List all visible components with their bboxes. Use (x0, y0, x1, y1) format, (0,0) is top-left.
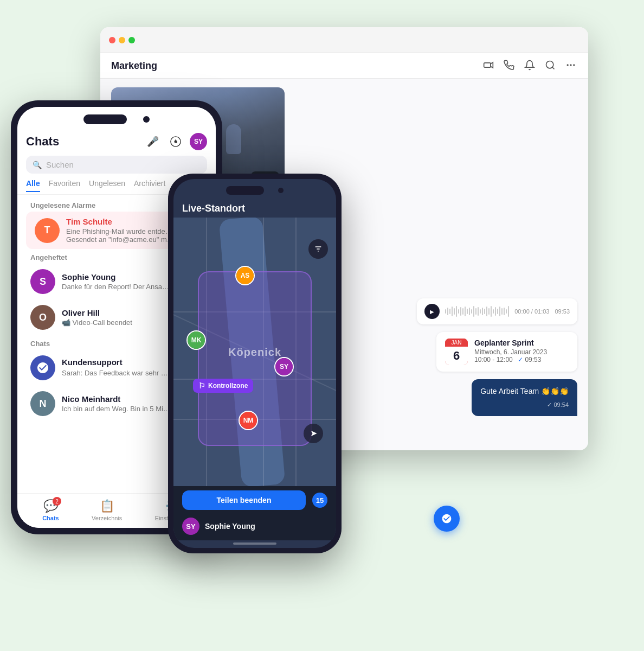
nav-directory[interactable]: 📋 Verzeichnis (92, 499, 122, 521)
chat-list-title: Chats (26, 135, 139, 149)
wf-bar-7 (458, 309, 460, 314)
maximize-button[interactable] (128, 37, 135, 43)
map-pin-1[interactable]: AS (235, 266, 255, 285)
calendar-time-range: 10:00 - 12:00 ✓ 09:53 (474, 356, 569, 363)
titlebar (100, 27, 588, 53)
svg-point-3 (567, 64, 569, 66)
phone2-camera (278, 188, 284, 193)
voice-play-button[interactable]: ▶ (424, 304, 440, 319)
nav-chats[interactable]: 💬 2 Chats (42, 499, 59, 521)
calendar-month: JAN (445, 339, 468, 347)
chat-list-header: Chats 🎤 SY (17, 129, 216, 152)
svg-rect-0 (484, 63, 491, 67)
navigation-button[interactable]: ➤ (304, 424, 323, 443)
wf-bar-14 (473, 306, 475, 317)
pin4-avatar: NM (240, 412, 257, 429)
wf-bar-3 (449, 309, 451, 314)
wf-bar-24 (495, 307, 497, 316)
wf-bar-30 (508, 306, 510, 317)
video-call-icon[interactable] (483, 60, 495, 72)
map-pin-2[interactable]: MK (186, 330, 206, 350)
phone-icon[interactable] (504, 60, 516, 72)
wf-bar-21 (488, 308, 490, 315)
nico-avatar-placeholder: N (30, 391, 55, 416)
search-magnifier-icon: 🔍 (33, 161, 42, 169)
close-button[interactable] (109, 37, 115, 43)
wf-bar-9 (462, 308, 464, 315)
zone-label-text: Kontrollzone (208, 382, 248, 390)
wf-bar-27 (501, 308, 503, 315)
phone1-camera (143, 116, 150, 123)
search-placeholder-text[interactable]: Suchen (46, 160, 74, 169)
phone1-notch (83, 114, 127, 124)
sophie-preview: Danke für den Report! Der Ansatz ist per… (62, 283, 170, 291)
wf-bar-10 (465, 307, 466, 316)
tim-preview: Eine Phishing-Mail wurde entdeckt.Gesend… (66, 227, 175, 244)
wf-bar-4 (452, 307, 453, 316)
map-view[interactable]: Köpenick AS MK SY NM ⚐ Kontrollzone (173, 218, 336, 486)
nico-preview: Ich bin auf dem Weg. Bin in 5 Minute da.… (62, 405, 170, 413)
sophie-strip-name: Sophie Young (205, 522, 255, 531)
chat-title: Marketing (111, 60, 157, 72)
outgoing-bubble: Gute Arbeit Team 👏👏👏 ✓ 09:54 (472, 379, 577, 416)
wf-bar-22 (491, 306, 492, 317)
pin2-avatar: MK (188, 331, 205, 349)
wf-bar-12 (469, 308, 471, 315)
calendar-title: Geplanter Sprint (474, 339, 569, 347)
notification-icon[interactable] (524, 60, 536, 72)
kundensupport-preview: Sarah: Das Feedback war sehr positiv! Da… (62, 369, 170, 377)
wf-bar-8 (460, 307, 462, 316)
status-icon[interactable] (167, 133, 184, 150)
svg-point-5 (573, 64, 575, 66)
fab-button[interactable] (434, 506, 460, 532)
wf-bar-23 (493, 309, 494, 314)
kundensupport-avatar (30, 355, 55, 380)
calendar-info: Geplanter Sprint Mittwoch, 6. Januar 202… (474, 339, 569, 363)
wf-bar-2 (447, 308, 449, 315)
wf-bar-28 (504, 308, 505, 315)
calendar-badge: JAN 6 (445, 339, 468, 365)
window-controls (109, 37, 135, 43)
tab-unread[interactable]: Ungelesen (89, 179, 125, 192)
location-count-badge: 15 (312, 493, 327, 508)
map-header: Live-Standort (173, 199, 336, 218)
tab-archived[interactable]: Archiviert (134, 179, 165, 192)
microphone-button[interactable]: 🎤 (144, 133, 162, 150)
person-3 (226, 124, 241, 154)
sophie-strip-avatar: SY (182, 518, 199, 535)
wf-bar-16 (478, 307, 479, 316)
user-avatar[interactable]: SY (190, 133, 207, 150)
phone1-notch-area (17, 107, 216, 129)
oliver-avatar-placeholder: O (30, 305, 55, 330)
tab-all[interactable]: Alle (26, 179, 40, 192)
nico-name: Nico Meinhardt (62, 394, 120, 404)
oliver-avatar: O (30, 305, 55, 330)
search-bar: 🔍 Suchen (26, 156, 207, 174)
control-zone-label[interactable]: ⚐ Kontrollzone (193, 379, 253, 393)
sophie-avatar: S (30, 269, 55, 294)
map-filter-button[interactable] (308, 239, 328, 259)
svg-point-4 (570, 64, 571, 66)
voice-duration: 00:00 / 01:03 (514, 308, 549, 315)
chats-badge: 2 (53, 497, 61, 506)
phone2-bottom-bar: Teilen beenden 15 (173, 486, 336, 513)
voice-message: ▶ (417, 298, 577, 324)
voice-time: 09:53 (555, 308, 570, 315)
phone2-notch (226, 186, 264, 195)
kundensupport-avatar-placeholder (30, 355, 55, 380)
svg-point-15 (175, 141, 177, 143)
tim-avatar-placeholder: T (35, 218, 60, 243)
wf-bar-29 (506, 309, 507, 314)
wf-bar-17 (480, 309, 481, 314)
oliver-preview: 📹 Video-Call beendet (62, 318, 132, 327)
stop-sharing-button[interactable]: Teilen beenden (182, 490, 306, 510)
phone-map: Live-Standort Köpenick AS (168, 174, 342, 553)
pin1-avatar: AS (236, 267, 254, 284)
svg-point-2 (546, 61, 553, 68)
search-icon[interactable] (545, 60, 557, 72)
svg-marker-1 (491, 62, 493, 68)
more-options-icon[interactable] (565, 60, 577, 72)
calendar-date: Mittwoch, 6. Januar 2023 (474, 348, 569, 356)
tab-favorites[interactable]: Favoriten (49, 179, 80, 192)
minimize-button[interactable] (119, 37, 125, 43)
